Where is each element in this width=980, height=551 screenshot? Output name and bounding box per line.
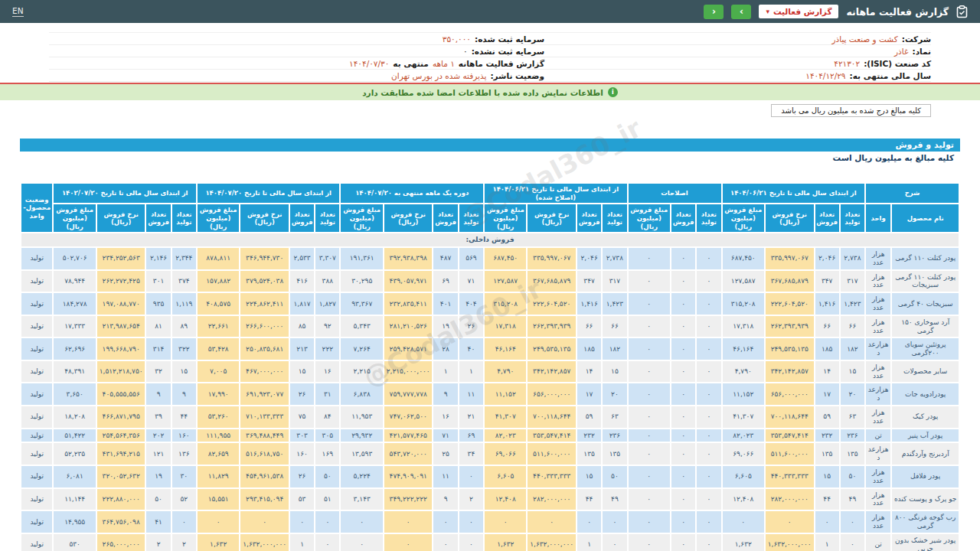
data-cell: ۷۵۹,۷۷۷,۷۷۸ (384, 383, 433, 406)
data-cell: ۵۱۶,۶۱۸,۷۵۰ (240, 442, 289, 465)
column-header: نرخ فروش (ریال) (384, 204, 433, 233)
data-cell: ۶۵۶,۰۰۰,۰۰۰ (765, 383, 815, 406)
data-cell: ۰ (696, 429, 721, 443)
data-cell: ۲۱ (459, 406, 484, 429)
data-cell: ۰ (696, 383, 721, 406)
data-cell: ۵۳۰ (53, 533, 96, 551)
data-cell: ۹۲ (315, 315, 340, 338)
data-cell: ۴۵۴,۹۶۱,۵۳۸ (240, 465, 289, 488)
data-cell: ۴,۷۹۰ (722, 360, 765, 383)
data-cell: ۲ (172, 533, 197, 551)
data-cell: ۲۸۱,۲۱۰,۵۲۶ (384, 315, 433, 338)
data-cell: ۳۸۸ (315, 270, 340, 293)
data-cell: ۲۶ (289, 465, 315, 488)
data-cell: ۵۰ (145, 488, 171, 511)
data-cell: ۴۹ (840, 488, 865, 511)
data-cell: ۲۳۲ (815, 429, 840, 443)
product-name-cell: آرد سوخاری ۱۵۰ گرمی (891, 315, 959, 338)
data-cell: ۸۲,۰۲۳ (484, 429, 527, 443)
data-cell: ۲,۰۴۶ (577, 247, 602, 270)
data-cell: ۰ (628, 315, 671, 338)
data-cell: ۲۲۲,۶۰۴,۵۲۰ (527, 292, 577, 315)
data-cell: ۲۴۹,۵۳۵,۱۳۵ (527, 337, 577, 360)
data-cell: ۴۶,۱۶۴ (722, 337, 765, 360)
data-cell: ۴۲۱,۵۷۷,۴۶۵ (384, 429, 433, 443)
data-cell: ۰ (671, 247, 696, 270)
data-cell: ۱۵۷,۸۸۲ (197, 270, 240, 293)
data-cell: ۰ (628, 337, 671, 360)
data-cell: ۹ (145, 383, 171, 406)
data-cell: ۱۷,۳۱۸ (484, 315, 527, 338)
info-row: شرکت:کشت و صنعت پیاذرسرمایه ثبت شده:۳۵۰,… (49, 33, 931, 45)
data-cell: ۱۱,۱۵۲ (722, 383, 765, 406)
data-cell: هزار عدد (865, 465, 891, 488)
data-cell: ۱۵ (815, 465, 840, 488)
data-cell: ۰ (459, 510, 484, 533)
column-header: تعداد تولید (602, 204, 627, 233)
product-row: آردبرنج وآردگندمهزارعدد۱۳۵۱۳۵۵۱۱,۶۰۰,۰۰۰… (21, 442, 959, 465)
data-cell: ۳۰۵ (315, 429, 340, 443)
data-cell: ۱۳۵ (577, 442, 602, 465)
language-toggle[interactable]: EN (12, 6, 24, 17)
data-cell: ۱۹ (433, 315, 458, 338)
data-cell: ۱۵ (602, 360, 627, 383)
product-name-cell: رب گوجه فرنگی ۸۰۰ گرمی (891, 510, 959, 533)
data-cell: ۰ (527, 510, 577, 533)
data-cell: ۱۸۵ (577, 337, 602, 360)
report-type-dropdown[interactable]: گزارش فعالیت ▾ (759, 5, 838, 18)
next-report-button[interactable]: › (731, 5, 751, 19)
data-cell: ۰ (628, 292, 671, 315)
data-cell: ۲۵۹,۴۲۸,۵۷۱ (384, 337, 433, 360)
previous-report-button[interactable]: ‹ (704, 5, 724, 19)
data-cell: ۱۵ (172, 360, 197, 383)
data-cell: ۲۸۲,۰۰۰,۰۰۰ (527, 488, 577, 511)
column-header: مبلغ فروش (میلیون ریال) (197, 204, 240, 233)
data-cell: ۰ (628, 360, 671, 383)
data-cell: ۱۹۹,۶۶۸,۷۹۰ (96, 337, 146, 360)
data-cell: ۲۶۶,۶۰۰,۰۰۰ (240, 315, 289, 338)
data-cell: ۲,۲۱۵,۰۰۰,۰۰۰ (384, 360, 433, 383)
data-cell: ۲۵۴,۵۶۴,۳۵۶ (96, 429, 146, 443)
data-cell: ۵۳ (289, 488, 315, 511)
data-cell: ۳۴۶,۹۴۴,۷۳۰ (240, 247, 289, 270)
data-cell: ۲۳۲ (577, 429, 602, 443)
column-header: مبلغ فروش (میلیون ریال) (53, 204, 96, 233)
data-cell: ۲۳۲,۸۳۵,۴۱۱ (384, 292, 433, 315)
product-row: پودر کتلت ۱۱۰ گرمیهزار عدد۲,۷۳۸۲,۰۴۶۳۳۵,… (21, 247, 959, 270)
data-cell: ۳۱۷ (602, 270, 627, 293)
data-cell: ۰ (671, 270, 696, 293)
data-cell: ۳۲۲ (172, 337, 197, 360)
data-cell: ۱ (433, 360, 458, 383)
data-cell: ۱۸۲ (602, 337, 627, 360)
data-cell: ۱,۵۱۲,۲۱۸,۷۵۰ (96, 360, 146, 383)
data-cell: ۵۲ (172, 488, 197, 511)
data-cell: تولید (21, 465, 53, 488)
data-cell: ۰ (671, 292, 696, 315)
product-row: رب گوجه فرنگی ۸۰۰ گرمیهزار عدد۰۰۰۰۰۰۰۰۰۰… (21, 510, 959, 533)
data-cell: ۳۴۹,۲۲۲,۲۲۲ (384, 488, 433, 511)
product-name-cell: سبزیجات ۴۰ گرمی (891, 292, 959, 315)
data-cell: ۲۸ (433, 337, 458, 360)
column-header: تعداد فروش (145, 204, 171, 233)
column-header: تعداد فروش (289, 204, 315, 233)
data-cell: ۸۲,۶۵۹ (197, 442, 240, 465)
data-cell: تولید (21, 337, 53, 360)
data-cell: ۲ (145, 533, 171, 551)
data-cell: ۱۵ (577, 465, 602, 488)
data-cell: ۳۱ (315, 383, 340, 406)
data-cell: ۲۲۲,۶۰۴,۵۲۰ (765, 292, 815, 315)
product-name-cell: سایر محصولات (891, 360, 959, 383)
data-cell: ۴۰۵,۵۵۵,۵۵۶ (96, 383, 146, 406)
data-cell: ۲ (459, 488, 484, 511)
data-cell: ۲,۵۳۳ (289, 247, 315, 270)
data-cell: هزار عدد (865, 360, 891, 383)
signed-info-notice: اطلاعات نمایش داده شده با اطلاعات امضا ش… (0, 84, 980, 100)
data-cell: ۲۰ (840, 383, 865, 406)
data-cell: ۱,۱۱۹ (172, 292, 197, 315)
data-cell: ۵,۳۴۳ (340, 315, 384, 338)
page-title: گزارش فعالیت ماهانه (846, 6, 949, 18)
product-name-cell: جو پرک و پوست کنده (891, 488, 959, 511)
data-cell: تولید (21, 270, 53, 293)
section-header: تولید و فروش (20, 139, 960, 152)
data-cell: ۲,۳۴۴ (172, 247, 197, 270)
